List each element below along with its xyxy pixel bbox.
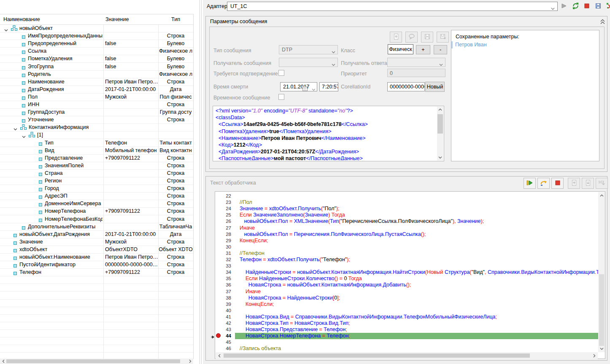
code-editor[interactable]: 2223//Пол24Значение = xdtoОбъект.Получит… <box>215 191 605 359</box>
line-number[interactable]: 35 <box>216 276 231 281</box>
tree-row[interactable]: Представление+79097091122Строка <box>0 154 193 162</box>
column-header-name[interactable]: Наименование <box>3 14 40 24</box>
code-vertical-scrollbar[interactable] <box>598 192 605 352</box>
scroll-left-icon[interactable] <box>0 359 6 364</box>
line-number[interactable]: 37 <box>216 289 231 294</box>
line-number[interactable]: 40 <box>216 308 231 313</box>
tree-row[interactable]: НомерТелефонаБезКодовСтрока <box>0 215 193 223</box>
xml-scrollbar[interactable] <box>437 107 443 161</box>
tree-row[interactable]: НомерТелефона+79097091122Строка <box>0 207 193 215</box>
tree-row[interactable]: НаименованиеПетров Иван ПетровичСтрока <box>0 78 193 86</box>
line-number[interactable]: 39 <box>216 302 231 307</box>
run-handler-button[interactable] <box>524 178 536 189</box>
step-over-button[interactable] <box>537 178 550 189</box>
line-number[interactable]: 26 <box>216 219 231 224</box>
line-number[interactable]: 45 <box>216 340 231 345</box>
scroll-right-icon[interactable] <box>591 353 597 359</box>
scroll-up-icon[interactable] <box>437 107 443 112</box>
tree-row[interactable]: ИННСтрока <box>0 101 193 109</box>
tree-row[interactable]: ВидМобильный телефонВид контактн <box>0 147 193 155</box>
tree-row[interactable]: ПредопределенныйfalseБулево <box>0 40 193 48</box>
tree-row[interactable]: СтранаСтрока <box>0 169 193 177</box>
scroll-right-icon[interactable] <box>187 359 193 364</box>
tree-row[interactable]: ПолМужскойПол физичес <box>0 93 193 101</box>
tree-row[interactable]: [1] <box>0 131 193 139</box>
tree-row[interactable]: ПустойИдентификатор00000000-0000-0000-00… <box>0 261 193 269</box>
confirm-checkbox[interactable] <box>278 70 284 76</box>
tree-row[interactable]: УточнениеСтрока <box>0 116 193 124</box>
tree-row[interactable]: ДоменноеИмяСервераСтрока <box>0 200 193 208</box>
adapter-combobox[interactable]: UT_1C <box>227 2 558 11</box>
tree-row[interactable]: РегионСтрока <box>0 177 193 185</box>
death-date-picker[interactable]: 21.01.2017 <box>280 82 317 91</box>
scroll-left-icon[interactable] <box>216 353 222 359</box>
line-number[interactable]: 25 <box>216 212 231 218</box>
reply-recipient-combobox[interactable] <box>387 58 445 67</box>
line-number[interactable]: 46 <box>216 346 231 351</box>
line-number[interactable]: 33 <box>216 263 231 269</box>
correlation-field[interactable]: 00000000-0000-0000-0000-000000000000 <box>387 82 425 91</box>
stop-handler-button[interactable] <box>551 178 564 189</box>
tree-horizontal-scrollbar[interactable] <box>0 359 193 364</box>
tree-row[interactable]: ГруппаДоступаГруппа досту <box>0 108 193 116</box>
message-type-combobox[interactable]: DTP <box>279 45 338 54</box>
line-number[interactable]: 29 <box>216 238 231 244</box>
line-number[interactable]: 31 <box>216 251 231 256</box>
scrollbar-thumb[interactable] <box>6 359 180 363</box>
tree-row[interactable]: ПометкаУдаленияfalseБулево <box>0 55 193 63</box>
tree-row[interactable]: КонтактнаяИнформация <box>0 123 193 131</box>
disconnect-icon[interactable] <box>606 2 610 10</box>
tree-row[interactable]: ИмяПредопределенныхДанныхСтрока <box>0 32 193 40</box>
scroll-down-icon[interactable] <box>598 346 605 352</box>
tree-row[interactable]: Телефон+79097091122Строка <box>0 268 193 276</box>
tree-row[interactable]: ЗначенияПолейСтрока <box>0 162 193 170</box>
line-number[interactable]: 43 <box>216 327 231 332</box>
tree-row[interactable]: новыйОбъект <box>0 24 193 32</box>
tree-row[interactable]: ЗначениеМужскойСтрока <box>0 238 193 246</box>
death-time-field[interactable]: 7:20:57 <box>319 82 338 91</box>
save-icon[interactable] <box>594 2 602 10</box>
line-number[interactable]: 38 <box>216 295 231 301</box>
line-number[interactable]: 34 <box>216 270 231 275</box>
priority-field[interactable]: 0 <box>387 69 445 77</box>
refresh-icon[interactable] <box>572 2 579 10</box>
tree-row[interactable]: новыйОбъект.ДатаРождения2017-01-21T00:00… <box>0 230 193 238</box>
column-header-value[interactable]: Значение <box>105 14 129 24</box>
tree-row[interactable]: ДополнительныеРеквизитыТабличнаяЧа <box>0 223 193 231</box>
scrollbar-thumb[interactable] <box>224 353 530 358</box>
line-number[interactable]: 32 <box>216 257 231 262</box>
collapse-panel-icon[interactable] <box>600 19 605 26</box>
line-number[interactable]: 22 <box>216 193 231 199</box>
tree-row[interactable]: ЭтоГруппаfalseБулево <box>0 63 193 71</box>
xml-message-view[interactable]: <?xml version="1.0" encoding="UTF-8" sta… <box>213 106 444 161</box>
tree-row[interactable]: ТипТелефонТипы контакт <box>0 139 193 147</box>
line-number[interactable]: 24 <box>216 206 231 211</box>
recipient-combobox[interactable] <box>279 58 338 67</box>
line-number[interactable]: 42 <box>216 321 231 326</box>
tree-row[interactable]: новыйОбъект.НаименованиеПетров Иван Петр… <box>0 253 193 261</box>
tree-row[interactable]: АдресЭПСтрока <box>0 192 193 200</box>
stop-icon[interactable] <box>583 2 591 10</box>
class-button[interactable]: Физическ <box>388 44 413 54</box>
scrollbar-thumb[interactable] <box>599 274 604 346</box>
add-button[interactable]: + <box>416 45 430 54</box>
line-number[interactable]: 27 <box>216 225 231 231</box>
line-number[interactable]: 36 <box>216 282 231 288</box>
temp-message-checkbox[interactable] <box>278 94 284 100</box>
line-number[interactable]: 23 <box>216 200 231 205</box>
column-header-type[interactable]: Тип <box>159 14 193 24</box>
scrollbar-thumb[interactable] <box>437 114 443 134</box>
remove-button[interactable]: - <box>434 45 447 54</box>
tree-row[interactable]: xdtoОбъектОбъектXDTOОбъект XDTO <box>0 246 193 254</box>
new-guid-button[interactable]: Новый <box>425 82 445 92</box>
line-number[interactable]: 30 <box>216 244 231 250</box>
code-horizontal-scrollbar[interactable] <box>216 352 598 359</box>
scroll-down-icon[interactable] <box>437 155 443 161</box>
scroll-up-icon[interactable] <box>598 193 605 198</box>
tree-row[interactable]: РодительФизическое л <box>0 70 193 78</box>
line-number[interactable]: 28 <box>216 232 231 237</box>
line-number[interactable]: 41 <box>216 314 231 320</box>
saved-param-item[interactable]: Петров Иван <box>451 41 599 48</box>
tree-row[interactable]: СсылкаФизическое л <box>0 47 193 55</box>
tree-row[interactable]: ГородСтрока <box>0 185 193 193</box>
